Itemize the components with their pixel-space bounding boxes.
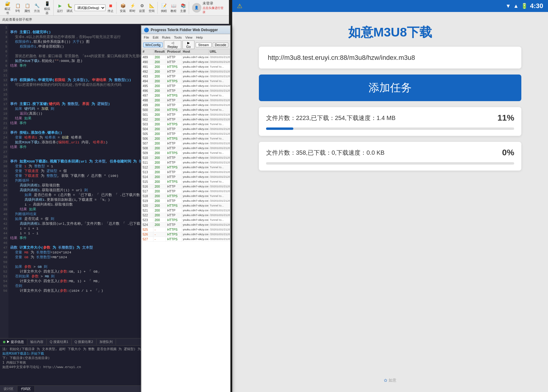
fiddler-row[interactable]: 512 200 HTTPS youku.cdn7-okzy.com Tunnel… [141,165,230,170]
fiddler-row[interactable]: 526 - HTTPS youku.cdn7-okzy.com /2020103… [141,232,230,237]
toolbar-btn-register[interactable]: 📚 主册 [179,2,188,14]
menu-file[interactable]: File [144,36,149,39]
menu-edit[interactable]: Edit [153,36,158,39]
menu-rules[interactable]: Rules [162,36,170,39]
line-numbers: 123456 789101112 131415161718 1920212223… [0,24,8,338]
tab-dot [3,341,5,343]
col-header-hash: # [141,49,153,55]
ide-toolbar: 🔐 截证书 📋 9号 📋 属性 🔧 方法 📱 模拟器 ▶ [0,0,229,16]
fiddler-row[interactable]: 505 200 HTTP youku.cdn7-okzy.com /202010… [141,132,230,136]
warning-icon: ⚠ [237,2,242,10]
fiddler-row[interactable]: 523 200 HTTPS youku.cdn7-okzy.com Tunnel… [141,218,230,223]
progress-row-1: 文件片数：2223,已下载：254,下载速度：1.4 MB 11% [266,113,514,123]
fiddler-row[interactable]: 518 200 HTTPS youku.cdn7-okzy.com Tunnel… [141,194,230,199]
toolbar-group-2: ▶ 运行 🐛 调试 调试版(Debug) ⏹ 停止 [54,2,117,14]
replay-btn[interactable]: ◁ Replay [164,40,182,49]
fiddler-row[interactable]: 504 200 HTTP youku.cdn7-okzy.com /202010… [141,127,230,132]
fiddler-row[interactable]: 506 200 HTTPS youku.cdn7-okzy.com Tunnel… [141,136,230,141]
progress-row-2: 文件片数：358,已下载：0,下载速度：0.0 KB 0% [266,148,514,157]
wifi-icon: ▼ [505,3,511,9]
toolbar-btn-method[interactable]: 🔧 方法 [32,2,41,14]
decode-btn[interactable]: Decode [213,42,228,47]
go-btn[interactable]: ▶ Go [182,40,194,49]
fiddler-row[interactable]: 514 200 HTTP youku.cdn7-okzy.com /202010… [141,175,230,180]
toolbar-btn-instant[interactable]: ⚡ 即时 [128,2,137,14]
fiddler-row[interactable]: 500 200 HTTPS youku.cdn7-okzy.com Tunnel… [141,108,230,113]
fiddler-titlebar: 🔵 Progress Telerik Fiddler Web Debugger [141,26,230,34]
toolbar-btn-jiezhenshu[interactable]: 🔐 截证书 [2,0,13,16]
fiddler-row[interactable]: 525 - HTTPS youku.cdn7-okzy.com /2020103… [141,227,230,232]
fiddler-row[interactable]: 493 200 HTTP youku.cdn7-okzy.com /202010… [141,74,230,79]
toolbar-btn-example[interactable]: 📝 例程 [159,2,168,14]
fiddler-row[interactable]: 490 200 HTTP youku.cdn7-okzy.com /202010… [141,60,230,65]
fiddler-row[interactable]: 497 200 HTTPS youku.cdn7-okzy.com Tunnel… [141,93,230,98]
avatar[interactable]: 👤 [192,3,201,13]
toolbar-btn-debug[interactable]: 🐛 调试 [65,2,74,14]
fiddler-row[interactable]: 511 200 HTTP youku.cdn7-okzy.com /202010… [141,160,230,165]
progress-bar-fill-1 [266,127,293,130]
fiddler-row[interactable]: 509 200 HTTPS youku.cdn7-okzy.com Tunnel… [141,151,230,156]
user-area[interactable]: 👤 未登录 点击头像进行登录 [190,1,228,14]
toolbar-btn-space[interactable]: 📐 空间 [147,2,156,14]
login-prompt: 点击头像进行登录 [203,6,225,14]
toolbar-btn-run[interactable]: ▶ 运行 [55,2,64,14]
col-header-result: Result [153,49,166,55]
fiddler-row[interactable]: 517 200 HTTP youku.cdn7-okzy.com /202010… [141,189,230,194]
winconfig-btn[interactable]: WinConfig [143,42,163,47]
toolbar-btn-install[interactable]: 📦 安装 [118,2,127,14]
fiddler-row[interactable]: 527 - HTTPS youku.cdn7-okzy.com /2020103… [141,237,230,242]
tab-output[interactable]: 输出内容 [27,339,47,345]
fiddler-row[interactable]: 503 200 HTTPS youku.cdn7-okzy.com Tunnel… [141,122,230,127]
fiddler-row[interactable]: 495 200 HTTP youku.cdn7-okzy.com /202010… [141,84,230,89]
menu-help[interactable]: Help [196,36,203,39]
fiddler-row[interactable]: 522 200 HTTP youku.cdn7-okzy.com /202010… [141,213,230,218]
toolbar-btn-settings[interactable]: ⚙ 设置 [138,2,147,14]
tab-code[interactable]: 代码区 [17,386,35,392]
fiddler-row[interactable]: 510 200 HTTP youku.cdn7-okzy.com /202010… [141,156,230,160]
fiddler-row[interactable]: 521 200 HTTP youku.cdn7-okzy.com /202010… [141,208,230,213]
fiddler-row[interactable]: 501 200 HTTP youku.cdn7-okzy.com /202010… [141,113,230,117]
fiddler-row[interactable]: 489 200 HTTP youku.cdn7-okzy.com /202010… [141,55,230,60]
ide-subtoolbar: 此处查看全部子程序 [0,16,229,24]
fiddler-row[interactable]: 508 200 HTTP youku.cdn7-okzy.com /202010… [141,146,230,151]
menu-view[interactable]: View [185,36,193,39]
fiddler-row[interactable]: 502 200 HTTP youku.cdn7-okzy.com /202010… [141,117,230,122]
menu-tools[interactable]: Tools [174,36,182,39]
stream-btn[interactable]: Stream [196,42,212,47]
fiddler-row[interactable]: 519 200 HTTP youku.cdn7-okzy.com /202010… [141,199,230,203]
toolbar-btn-tutorial[interactable]: 📖 教程 [169,2,178,14]
fiddler-row[interactable]: 524 200 HTTP youku.cdn7-okzy.com /202010… [141,223,230,227]
fiddler-row[interactable]: 498 200 HTTP youku.cdn7-okzy.com /202010… [141,98,230,103]
tab-search2[interactable]: Q 搜索结果2 [72,339,96,345]
tutorial-icon: 📖 [170,2,177,9]
status-left: ⚠ [237,2,242,10]
logo-icon: ✿ [384,378,387,383]
tab-info[interactable]: ▶ 提示信息 [0,339,27,345]
fiddler-row[interactable]: 507 200 HTTP youku.cdn7-okzy.com /202010… [141,141,230,146]
fiddler-row[interactable]: 513 200 HTTP youku.cdn7-okzy.com /202010… [141,170,230,175]
cert-icon: 🔐 [4,0,11,7]
fiddler-row[interactable]: 496 200 HTTP youku.cdn7-okzy.com /202010… [141,89,230,93]
progress-info-2: 文件片数：358,已下载：0,下载速度：0.0 KB [266,148,385,157]
fiddler-row[interactable]: 515 200 HTTPS youku.cdn7-okzy.com Tunnel… [141,180,230,184]
fiddler-row[interactable]: 520 200 HTTPS youku.cdn7-okzy.com Tunnel… [141,203,230,208]
settings-icon: ⚙ [139,2,145,9]
time-display: 4:30 [530,2,543,10]
fiddler-row[interactable]: 499 200 HTTP youku.cdn7-okzy.com /202010… [141,103,230,108]
progress-bar-bg-2 [266,162,514,165]
fiddler-row[interactable]: 491 200 HTTPS youku.cdn7-okzy.com Tunnel… [141,65,230,69]
add-task-button[interactable]: 添加任务 [259,75,522,101]
toolbar-btn-9[interactable]: 📋 9号 [13,2,22,14]
tab-design[interactable]: 设计区 [0,386,17,392]
toolbar-btn-emulator[interactable]: 📱 模拟器 [42,0,52,16]
fiddler-row[interactable]: 494 200 HTTPS youku.cdn7-okzy.com Tunnel… [141,79,230,84]
fiddler-row[interactable]: 516 200 HTTP youku.cdn7-okzy.com /202010… [141,184,230,189]
status-right: ▼ ▲ 🔋 4:30 [505,2,543,10]
fiddler-panel: 🔵 Progress Telerik Fiddler Web Debugger … [141,25,231,392]
debug-mode-select[interactable]: 调试版(Debug) [75,4,105,11]
tab-search1[interactable]: Q 搜索结果1 [47,339,72,345]
tab-encrypt[interactable]: 加密队列 [96,339,116,345]
toolbar-btn-stop[interactable]: ⏹ 停止 [106,2,115,14]
fiddler-row[interactable]: 492 200 HTTP youku.cdn7-okzy.com /202010… [141,69,230,74]
toolbar-btn-property[interactable]: 📋 属性 [23,2,32,14]
